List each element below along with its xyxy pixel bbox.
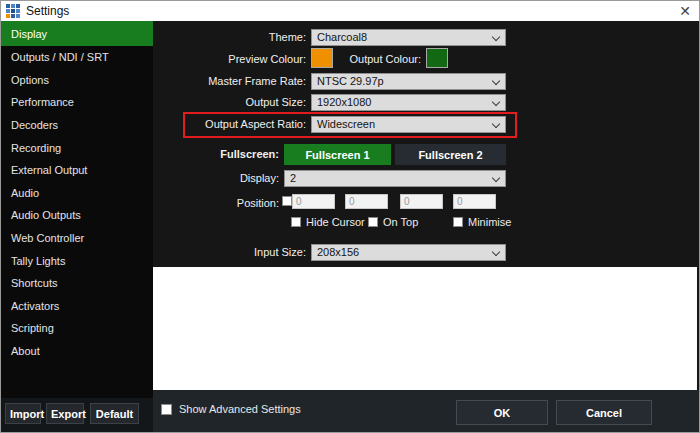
sidebar-item[interactable]: Tally Lights: [1, 249, 153, 272]
master-frame-rate-label: Master Frame Rate:: [208, 75, 306, 87]
sidebar-footer-button[interactable]: Default: [90, 403, 139, 424]
fullscreen-label: Fullscreen:: [220, 148, 279, 160]
sidebar-item[interactable]: Audio: [1, 182, 153, 205]
input-size-dropdown[interactable]: 208x156: [311, 244, 506, 261]
sidebar-item[interactable]: Audio Outputs: [1, 204, 153, 227]
sidebar-item[interactable]: Options: [1, 69, 153, 92]
chevron-down-icon: [492, 33, 500, 41]
empty-panel: [153, 267, 697, 390]
display-label: Display:: [240, 172, 279, 184]
chevron-down-icon: [492, 174, 500, 182]
theme-label: Theme:: [269, 31, 306, 43]
checkbox-icon[interactable]: [161, 404, 172, 415]
cancel-button[interactable]: Cancel: [556, 400, 652, 425]
sidebar-footer: ImportExportDefault: [1, 398, 153, 433]
title-bar: Settings ✕: [1, 1, 700, 21]
position-input[interactable]: [292, 194, 335, 209]
chevron-down-icon: [492, 77, 500, 85]
position-label: Position:: [237, 197, 279, 209]
output-colour-label: Output Colour:: [349, 53, 421, 65]
display-dropdown[interactable]: 2: [284, 170, 506, 187]
output-aspect-ratio-label: Output Aspect Ratio:: [205, 118, 306, 130]
sidebar-footer-button[interactable]: Import: [5, 403, 41, 424]
fullscreen-1-button[interactable]: Fullscreen 1: [284, 144, 391, 165]
output-colour-swatch[interactable]: [426, 48, 448, 68]
output-aspect-ratio-dropdown[interactable]: Widescreen: [311, 116, 506, 133]
window-title: Settings: [26, 4, 69, 18]
option-checkbox-group[interactable]: Hide Cursor: [291, 216, 365, 228]
checkbox-icon[interactable]: [453, 217, 463, 227]
ok-button[interactable]: OK: [456, 400, 548, 425]
sidebar-item[interactable]: Display: [1, 21, 153, 46]
sidebar-item[interactable]: Recording: [1, 136, 153, 159]
theme-dropdown[interactable]: Charcoal8: [311, 29, 506, 46]
position-input[interactable]: [400, 194, 443, 209]
sidebar-item[interactable]: Activators: [1, 295, 153, 318]
sidebar-item[interactable]: Outputs / NDI / SRT: [1, 46, 153, 69]
sidebar-item[interactable]: Scripting: [1, 317, 153, 340]
close-icon[interactable]: ✕: [679, 2, 691, 20]
position-checkbox[interactable]: [282, 196, 292, 206]
sidebar-item[interactable]: Decoders: [1, 114, 153, 137]
show-advanced-settings[interactable]: Show Advanced Settings: [161, 403, 301, 415]
chevron-down-icon: [492, 248, 500, 256]
sidebar-footer-button[interactable]: Export: [46, 403, 84, 424]
vmix-logo-icon: [6, 4, 20, 18]
checkbox-icon[interactable]: [368, 217, 378, 227]
sidebar-item[interactable]: Web Controller: [1, 227, 153, 250]
input-size-label: Input Size:: [254, 246, 306, 258]
fullscreen-2-button[interactable]: Fullscreen 2: [395, 144, 506, 165]
footer-bar: Show Advanced Settings OK Cancel: [153, 390, 700, 433]
display-settings-panel: Theme: Charcoal8 Preview Colour: Output …: [153, 21, 700, 267]
position-input[interactable]: [345, 194, 388, 209]
sidebar-item[interactable]: External Output: [1, 159, 153, 182]
sidebar-item[interactable]: About: [1, 340, 153, 363]
sidebar-item[interactable]: Shortcuts: [1, 272, 153, 295]
preview-colour-label: Preview Colour:: [228, 53, 306, 65]
output-size-label: Output Size:: [245, 96, 306, 108]
chevron-down-icon: [492, 98, 500, 106]
option-checkbox-group[interactable]: On Top: [368, 216, 418, 228]
settings-window: Settings ✕ DisplayOutputs / NDI / SRTOpt…: [0, 0, 700, 433]
output-size-dropdown[interactable]: 1920x1080: [311, 94, 506, 111]
checkbox-icon[interactable]: [291, 217, 301, 227]
sidebar-item[interactable]: Performance: [1, 91, 153, 114]
chevron-down-icon: [492, 120, 500, 128]
option-checkbox-group[interactable]: Minimise: [453, 216, 511, 228]
master-frame-rate-dropdown[interactable]: NTSC 29.97p: [311, 73, 506, 90]
preview-colour-swatch[interactable]: [311, 48, 333, 68]
position-input[interactable]: [453, 194, 496, 209]
sidebar: DisplayOutputs / NDI / SRTOptionsPerform…: [1, 21, 153, 398]
